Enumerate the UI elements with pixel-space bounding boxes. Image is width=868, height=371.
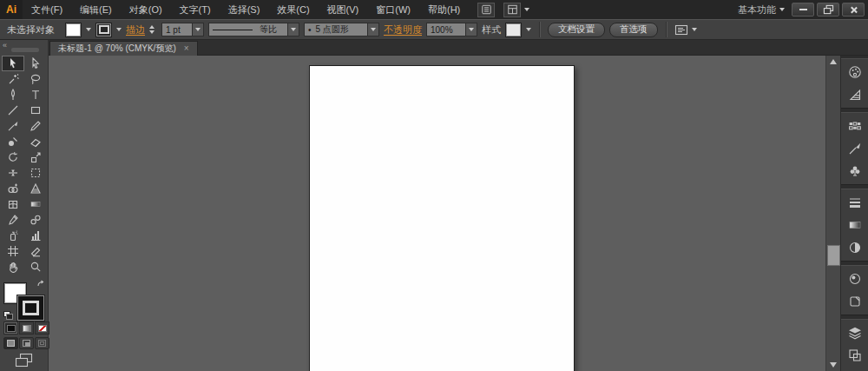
fill-dropdown-button[interactable]	[82, 23, 91, 36]
canvas[interactable]	[49, 56, 825, 371]
menu-item-9[interactable]: 帮助(H)	[419, 0, 469, 19]
minimize-button[interactable]	[792, 3, 814, 17]
perspective-grid-tool[interactable]	[24, 181, 47, 196]
panel-color-guide-button[interactable]	[841, 83, 868, 106]
artboard[interactable]	[309, 65, 575, 371]
menu-item-7[interactable]: 视图(V)	[319, 0, 368, 19]
stroke-weight-dropdown[interactable]	[193, 23, 204, 36]
free-transform-tool[interactable]	[24, 165, 47, 181]
magic-wand-tool[interactable]	[2, 71, 24, 87]
panel-gradient-button[interactable]	[841, 214, 868, 236]
panel-graphic-styles-button[interactable]	[841, 290, 868, 313]
brush-field[interactable]: • 5 点圆形	[304, 23, 368, 36]
panel-appearance-button[interactable]	[841, 268, 868, 290]
scrollbar-thumb[interactable]	[827, 245, 840, 266]
menu-item-3[interactable]: 对象(O)	[121, 0, 171, 19]
draw-inside-button[interactable]	[35, 337, 49, 349]
fill-swatch[interactable]	[65, 23, 82, 37]
default-fill-stroke-icon[interactable]	[3, 311, 13, 320]
stroke-weight-combo[interactable]: 1 pt	[161, 23, 204, 36]
opacity-combo[interactable]: 100%	[426, 23, 477, 36]
tab-close-icon[interactable]: ×	[184, 44, 189, 53]
column-graph-tool[interactable]	[24, 228, 47, 243]
panel-color-button[interactable]	[841, 61, 868, 83]
restore-button[interactable]	[817, 3, 839, 17]
paintbrush-tool[interactable]	[2, 118, 24, 134]
stroke-weight-stepper[interactable]	[149, 25, 157, 34]
style-dropdown-button[interactable]	[522, 23, 531, 36]
eraser-tool[interactable]	[24, 134, 47, 149]
stroke-dropdown-button[interactable]	[112, 23, 122, 36]
width-profile-dropdown[interactable]	[288, 23, 299, 36]
menu-item-1[interactable]: 文件(F)	[23, 0, 71, 19]
rotate-tool[interactable]	[2, 149, 24, 165]
stroke-weight-field[interactable]: 1 pt	[161, 23, 193, 36]
width-profile-field[interactable]: 等比	[208, 23, 288, 36]
stroke-color-box[interactable]	[17, 295, 44, 321]
tools-panel-header[interactable]: «	[0, 40, 48, 56]
type-tool[interactable]	[24, 87, 47, 103]
scroll-up-button[interactable]	[826, 56, 840, 68]
brush-dropdown[interactable]	[368, 23, 379, 36]
blend-tool[interactable]	[24, 212, 47, 228]
symbol-sprayer-tool[interactable]	[2, 228, 24, 243]
opacity-panel-link[interactable]: 不透明度	[384, 23, 422, 36]
rectangle-tool[interactable]	[24, 103, 47, 118]
panel-stroke-button[interactable]	[841, 191, 868, 214]
menu-item-8[interactable]: 窗口(W)	[367, 0, 419, 19]
style-picker[interactable]	[505, 23, 531, 37]
menu-item-4[interactable]: 文字(T)	[171, 0, 220, 19]
stroke-color-picker[interactable]	[95, 23, 122, 37]
draw-normal-button[interactable]	[3, 337, 18, 349]
screen-mode-button[interactable]	[15, 353, 33, 368]
document-setup-button[interactable]: 文档设置	[548, 23, 605, 37]
panel-layers-button[interactable]	[841, 321, 868, 344]
panel-symbols-button[interactable]	[841, 160, 868, 182]
line-segment-tool[interactable]	[2, 103, 24, 118]
menu-item-6[interactable]: 效果(C)	[268, 0, 318, 19]
panel-artboards-button[interactable]	[841, 344, 868, 367]
lasso-tool[interactable]	[24, 71, 47, 87]
bridge-icon[interactable]	[477, 3, 495, 17]
slice-tool[interactable]	[24, 243, 47, 259]
gradient-tool[interactable]	[24, 196, 47, 212]
panel-transparency-button[interactable]	[841, 236, 868, 259]
width-profile-combo[interactable]: 等比	[208, 23, 299, 36]
collapse-toolbar-icon[interactable]: «	[3, 41, 6, 50]
color-mode-button[interactable]	[3, 321, 18, 335]
width-tool[interactable]	[2, 165, 24, 181]
gradient-mode-button[interactable]	[19, 321, 34, 335]
menu-item-2[interactable]: 编辑(E)	[71, 0, 121, 19]
document-tab[interactable]: 未标题-1 @ 70% (CMYK/预览) ×	[49, 41, 198, 56]
scale-tool[interactable]	[24, 149, 47, 165]
panel-swatches-button[interactable]	[841, 115, 868, 137]
opacity-field[interactable]: 100%	[426, 23, 466, 36]
menu-item-5[interactable]: 选择(S)	[220, 0, 269, 19]
mesh-tool[interactable]	[2, 196, 24, 212]
control-panel-menu[interactable]	[674, 23, 698, 36]
selection-tool[interactable]	[2, 56, 24, 71]
eyedropper-tool[interactable]	[2, 212, 24, 228]
close-button[interactable]	[842, 3, 865, 17]
arrange-documents-button[interactable]	[503, 3, 529, 17]
draw-behind-button[interactable]	[19, 337, 34, 349]
preferences-button[interactable]: 首选项	[609, 23, 658, 37]
artboard-tool[interactable]	[2, 243, 24, 259]
stroke-swatch[interactable]	[95, 23, 112, 37]
scroll-down-button[interactable]	[826, 359, 840, 371]
app-logo-icon[interactable]: Ai	[0, 0, 23, 19]
direct-selection-tool[interactable]	[24, 56, 47, 71]
workspace-switcher[interactable]: 基本功能	[731, 3, 792, 17]
blob-brush-tool[interactable]	[2, 134, 24, 149]
panel-brushes-button[interactable]	[841, 137, 868, 160]
opacity-dropdown[interactable]	[466, 23, 477, 36]
shape-builder-tool[interactable]	[2, 181, 24, 196]
stroke-panel-link[interactable]: 描边	[126, 23, 145, 36]
brush-combo[interactable]: • 5 点圆形	[304, 23, 379, 36]
fill-color-picker[interactable]	[65, 23, 91, 37]
none-mode-button[interactable]	[35, 321, 49, 335]
vertical-scrollbar[interactable]	[825, 56, 840, 371]
pencil-tool[interactable]	[24, 118, 47, 134]
zoom-tool[interactable]	[24, 259, 47, 275]
hand-tool[interactable]	[2, 259, 24, 275]
